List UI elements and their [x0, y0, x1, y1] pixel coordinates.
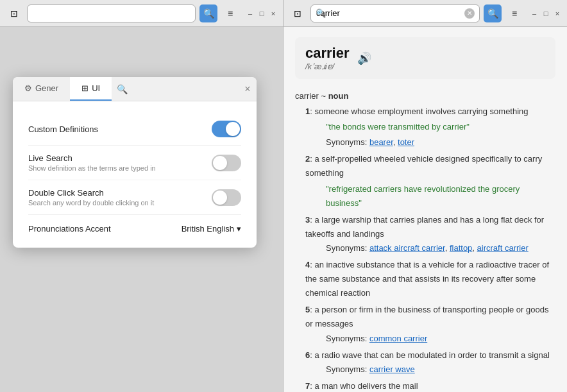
sense-1: 1: someone whose employment involves car… — [305, 105, 555, 149]
pronunciation-row: Pronunciations Accent British English ▾ — [28, 215, 241, 236]
left-search-btn[interactable]: 🔍 — [199, 4, 217, 22]
right-window-controls: – □ × — [530, 9, 562, 18]
sense-6-synonyms: Synonyms: carrier wave — [326, 362, 555, 377]
sense-6-num: 6: a radio wave that can be modulated in… — [305, 350, 550, 360]
live-search-toggle[interactable] — [212, 155, 241, 171]
def-entry: carrier ~ noun 1: someone whose employme… — [295, 89, 555, 392]
pronunciation-value: British English — [182, 224, 234, 234]
entry-header: carrier ~ noun — [295, 89, 555, 103]
custom-definitions-row: Custom Definitions — [28, 113, 241, 146]
sidebar-icon: ⊡ — [10, 8, 18, 19]
sense-7: 7: a man who delivers the mail — [305, 379, 555, 392]
left-close-btn[interactable]: × — [269, 9, 278, 18]
right-sidebar-btn[interactable]: ⊡ — [289, 4, 307, 22]
settings-content: Custom Definitions Live Search Show defi… — [13, 101, 257, 248]
word-header-text: carrier /kˈæɹiɐ/ — [305, 45, 350, 71]
dict-content: carrier /kˈæɹiɐ/ 🔊 carrier ~ noun 1: som… — [284, 27, 567, 392]
custom-definitions-toggle[interactable] — [212, 121, 241, 137]
entry-word: carrier — [295, 91, 319, 101]
tab-general[interactable]: ⚙ Gener — [13, 77, 70, 101]
right-search-input[interactable] — [310, 4, 480, 22]
right-minimize-btn[interactable]: – — [530, 9, 539, 18]
left-panel: ⊡ 🔍 ≡ – □ × ⚙ Gener ⊞ UI 🔍 × — [0, 0, 284, 392]
synonym-attack-aircraft[interactable]: attack aircraft carrier — [369, 243, 445, 253]
synonym-toter[interactable]: toter — [398, 137, 414, 147]
live-search-label: Live Search — [28, 153, 156, 163]
tab-search-btn[interactable]: 🔍 — [112, 79, 132, 99]
double-click-search-sublabel: Search any word by double clicking on it — [28, 199, 154, 207]
double-click-search-label: Double Click Search — [28, 188, 154, 198]
synonym-bearer[interactable]: bearer — [369, 137, 393, 147]
left-minimize-btn[interactable]: – — [246, 9, 255, 18]
pronunciation-arrow: ▾ — [237, 224, 241, 234]
sense-1-synonyms: Synonyms: bearer, toter — [326, 135, 555, 149]
live-search-knob — [213, 156, 227, 170]
tab-ui-label: UI — [92, 83, 100, 93]
sense-7-num: 7: a man who delivers the mail — [305, 381, 418, 391]
sense-5-synonyms: Synonyms: common carrier — [326, 332, 555, 346]
right-maximize-btn[interactable]: □ — [541, 9, 550, 18]
settings-dialog: ⚙ Gener ⊞ UI 🔍 × Custom Definitions — [13, 77, 257, 248]
left-menu-btn[interactable]: ≡ — [221, 4, 239, 22]
tab-general-label: Gener — [35, 83, 58, 93]
settings-tabs: ⚙ Gener ⊞ UI 🔍 × — [13, 77, 257, 101]
entry-pos: noun — [328, 91, 349, 101]
definitions-body: carrier ~ noun 1: someone whose employme… — [295, 89, 555, 392]
double-click-search-knob — [213, 191, 227, 205]
right-toolbar: ⊡ 🔍 ✕ 🔍 ≡ – □ × — [284, 0, 567, 27]
sense-1-num: 1: someone whose employment involves car… — [305, 107, 529, 116]
word-title: carrier — [305, 45, 350, 62]
right-menu-btn[interactable]: ≡ — [505, 4, 523, 22]
right-close-btn[interactable]: × — [553, 9, 562, 18]
sense-3: 3: a large warship that carries planes a… — [305, 213, 555, 255]
left-search-input[interactable] — [27, 4, 196, 22]
word-pronunciation: /kˈæɹiɐ/ — [305, 62, 350, 71]
live-search-row: Live Search Show definition as the terms… — [28, 146, 241, 180]
sense-3-num: 3: a large warship that carries planes a… — [305, 215, 544, 239]
live-search-label-wrap: Live Search Show definition as the terms… — [28, 153, 156, 172]
double-click-search-label-wrap: Double Click Search Search any word by d… — [28, 188, 154, 207]
right-panel: ⊡ 🔍 ✕ 🔍 ≡ – □ × carrier /kˈæɹiɐ/ 🔊 — [284, 0, 567, 392]
double-click-search-toggle[interactable] — [212, 189, 241, 206]
settings-close-btn[interactable]: × — [239, 80, 257, 98]
left-window-controls: – □ × — [246, 9, 278, 18]
sense-3-synonyms: Synonyms: attack aircraft carrier, flatt… — [326, 241, 555, 255]
sidebar-toggle-btn[interactable]: ⊡ — [5, 4, 23, 22]
synonym-carrier-wave[interactable]: carrier wave — [369, 364, 415, 374]
custom-definitions-label: Custom Definitions — [28, 124, 98, 134]
sense-2-quote: "refrigerated carriers have revolutioniz… — [326, 182, 555, 210]
right-search-clear[interactable]: ✕ — [464, 8, 475, 19]
synonym-aircraft-carrier[interactable]: aircraft carrier — [477, 243, 529, 253]
word-header: carrier /kˈæɹiɐ/ 🔊 — [295, 37, 555, 79]
right-sidebar-icon: ⊡ — [294, 8, 301, 19]
pronunciation-label: Pronunciations Accent — [28, 224, 111, 234]
custom-definitions-knob — [226, 122, 240, 136]
left-search-wrap — [27, 4, 196, 22]
sense-2-num: 2: a self-propelled wheeled vehicle desi… — [305, 154, 542, 178]
sense-5: 5: a person or firm in the business of t… — [305, 303, 555, 345]
double-click-search-row: Double Click Search Search any word by d… — [28, 180, 241, 215]
sense-4-num: 4: an inactive substance that is a vehic… — [305, 260, 549, 298]
sense-4: 4: an inactive substance that is a vehic… — [305, 258, 555, 300]
grid-icon: ⊞ — [81, 83, 89, 93]
pronunciation-select[interactable]: British English ▾ — [182, 224, 241, 234]
sense-6: 6: a radio wave that can be modulated in… — [305, 348, 555, 377]
right-search-btn[interactable]: 🔍 — [484, 4, 502, 22]
custom-definitions-label-wrap: Custom Definitions — [28, 124, 98, 134]
tab-ui[interactable]: ⊞ UI — [70, 77, 112, 101]
gear-icon: ⚙ — [24, 83, 32, 93]
live-search-sublabel: Show definition as the terms are typed i… — [28, 164, 156, 172]
left-maximize-btn[interactable]: □ — [257, 9, 266, 18]
left-toolbar: ⊡ 🔍 ≡ – □ × — [0, 0, 283, 27]
synonym-flattop[interactable]: flattop — [450, 243, 472, 253]
sense-1-quote: "the bonds were transmitted by carrier" — [326, 120, 555, 134]
sense-2: 2: a self-propelled wheeled vehicle desi… — [305, 152, 555, 210]
right-search-wrap: 🔍 ✕ — [310, 4, 480, 22]
synonym-common-carrier[interactable]: common carrier — [369, 334, 427, 343]
sound-icon[interactable]: 🔊 — [357, 51, 371, 65]
sense-5-num: 5: a person or firm in the business of t… — [305, 305, 548, 328]
